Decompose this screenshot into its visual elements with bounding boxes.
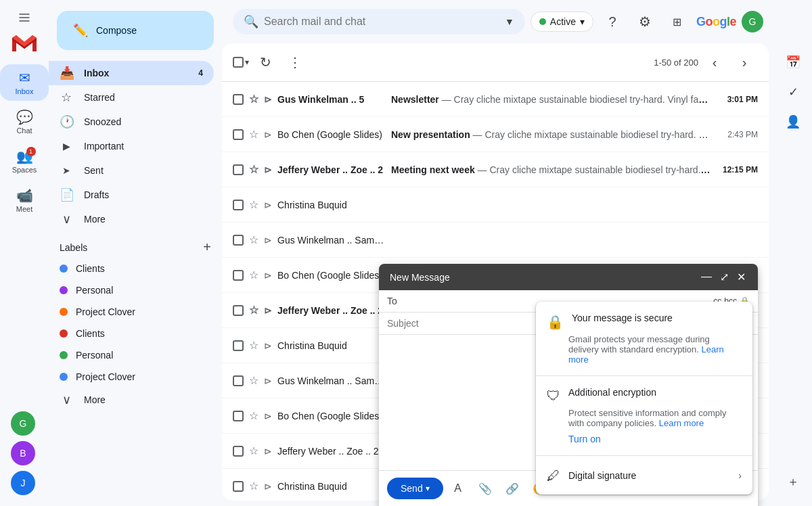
compose-pencil-icon: ✏️ [73, 23, 88, 38]
select-all-checkbox[interactable] [233, 57, 244, 68]
nav-label-more2: More [84, 394, 106, 405]
email-checkbox[interactable] [233, 235, 244, 246]
compose-button[interactable]: ✏️ Compose [57, 11, 214, 50]
email-checkbox[interactable] [233, 164, 244, 175]
star-icon[interactable]: ☆ [249, 480, 258, 492]
next-page-button[interactable]: › [731, 49, 758, 76]
send-dropdown-icon[interactable]: ▾ [426, 484, 430, 493]
star-icon[interactable]: ☆ [249, 93, 258, 106]
enc-turn-on-button[interactable]: Turn on [568, 434, 742, 444]
label-icon[interactable]: ⊳ [264, 270, 272, 281]
right-panel-calendar-icon[interactable]: 📅 [780, 49, 807, 76]
table-row[interactable]: ☆ ⊳ Bo Chen (Google Slides) New presenta… [222, 117, 769, 152]
rail-item-spaces[interactable]: 👥 1 Spaces [0, 143, 49, 179]
settings-button[interactable]: ⚙ [631, 8, 658, 35]
email-checkbox[interactable] [233, 411, 244, 421]
nav-item-important[interactable]: ▶ Important [49, 134, 214, 158]
email-checkbox[interactable] [233, 270, 244, 281]
table-row[interactable]: ☆ ⊳ Jeffery Weber .. Zoe .. 2 Meeting ne… [222, 152, 769, 187]
right-panel-add-icon[interactable]: ＋ [780, 468, 807, 495]
email-checkbox[interactable] [233, 200, 244, 210]
rail-item-chat[interactable]: 💬 Chat [0, 104, 49, 140]
nav-item-sent[interactable]: ➤ Sent [49, 158, 214, 183]
rail-item-meet[interactable]: 📹 Meet [0, 182, 49, 218]
compose-close-button[interactable]: ✕ [736, 269, 747, 285]
label-icon[interactable]: ⊳ [264, 305, 272, 316]
nav-item-drafts[interactable]: 📄 Drafts [49, 183, 214, 207]
star-icon[interactable]: ☆ [249, 444, 258, 457]
nav-label-drafts: Drafts [84, 189, 109, 200]
label-icon[interactable]: ⊳ [264, 446, 272, 457]
email-checkbox[interactable] [233, 94, 244, 105]
apps-button[interactable]: ⊞ [664, 8, 691, 35]
label-item-clients2[interactable]: Clients [49, 323, 214, 344]
label-icon[interactable]: ⊳ [264, 375, 272, 386]
star-icon[interactable]: ☆ [249, 269, 258, 281]
email-sender: Gus Winkelman .. 5 [277, 94, 386, 105]
label-icon[interactable]: ⊳ [264, 129, 272, 140]
active-status-button[interactable]: Active ▾ [531, 12, 593, 32]
label-item-clients1[interactable]: Clients [49, 258, 214, 279]
table-row[interactable]: ☆ ⊳ Christina Buquid [222, 187, 769, 223]
hamburger-menu[interactable] [12, 5, 37, 30]
label-item-project-clover2[interactable]: Project Clover [49, 366, 214, 388]
right-panel-contacts-icon[interactable]: 👤 [780, 108, 807, 135]
email-checkbox[interactable] [233, 340, 244, 351]
compose-minimize-button[interactable]: — [700, 269, 713, 285]
nav-item-inbox[interactable]: 📥 Inbox 4 [49, 61, 214, 85]
nav-item-starred[interactable]: ☆ Starred [49, 85, 214, 110]
label-icon[interactable]: ⊳ [264, 94, 272, 105]
add-label-button[interactable]: + [203, 239, 211, 255]
label-icon[interactable]: ⊳ [264, 200, 272, 210]
more-options-button[interactable]: ⋮ [281, 49, 309, 76]
table-row[interactable]: ☆ ⊳ Gus Winkelman .. Sam .. 5 [222, 223, 769, 258]
email-checkbox[interactable] [233, 375, 244, 386]
star-icon[interactable]: ☆ [249, 409, 258, 422]
compose-expand-button[interactable]: ⤢ [719, 269, 730, 285]
enc-digital-sig-item[interactable]: 🖊 Digital signature › [536, 456, 752, 495]
label-icon[interactable]: ⊳ [264, 164, 272, 175]
star-icon[interactable]: ☆ [249, 198, 258, 211]
compose-header-actions: — ⤢ ✕ [700, 269, 747, 285]
prev-page-button[interactable]: ‹ [701, 49, 728, 76]
refresh-button[interactable]: ↻ [252, 49, 279, 76]
send-button[interactable]: Send ▾ [387, 478, 443, 499]
email-checkbox[interactable] [233, 481, 244, 492]
right-panel-tasks-icon[interactable]: ✓ [780, 78, 807, 106]
star-icon[interactable]: ☆ [249, 374, 258, 387]
select-all-dropdown-icon[interactable]: ▾ [245, 58, 249, 67]
star-icon[interactable]: ☆ [249, 304, 258, 317]
email-checkbox[interactable] [233, 129, 244, 140]
rail-item-mail[interactable]: ✉ Inbox [0, 64, 49, 101]
nav-item-more2[interactable]: ∨ More [49, 388, 214, 412]
label-icon[interactable]: ⊳ [264, 411, 272, 421]
nav-item-more1[interactable]: ∨ More [49, 207, 214, 231]
shield-icon: 🛡 [547, 388, 560, 404]
enc-additional-link[interactable]: Learn more [659, 418, 704, 428]
star-icon[interactable]: ☆ [249, 233, 258, 246]
label-item-personal1[interactable]: Personal [49, 279, 214, 301]
label-icon[interactable]: ⊳ [264, 481, 272, 492]
label-item-personal2[interactable]: Personal [49, 344, 214, 366]
star-icon[interactable]: ☆ [249, 163, 258, 176]
help-button[interactable]: ? [599, 8, 626, 35]
email-checkbox[interactable] [233, 446, 244, 457]
plus-icon[interactable]: ＋ [780, 468, 807, 495]
search-bar[interactable]: 🔍 ▼ [233, 9, 525, 34]
attach-button[interactable]: 📎 [473, 476, 497, 501]
nav-item-snoozed[interactable]: 🕐 Snoozed [49, 110, 214, 134]
label-icon[interactable]: ⊳ [264, 340, 272, 351]
label-item-project-clover1[interactable]: Project Clover [49, 301, 214, 323]
label-icon[interactable]: ⊳ [264, 235, 272, 246]
star-icon[interactable]: ☆ [249, 339, 258, 352]
user-avatar[interactable]: G [742, 11, 763, 32]
link-button[interactable]: 🔗 [500, 476, 524, 501]
search-input[interactable] [264, 16, 499, 28]
star-icon[interactable]: ☆ [249, 128, 258, 141]
compose-header[interactable]: New Message — ⤢ ✕ [379, 264, 758, 290]
formatting-button[interactable]: A [446, 476, 470, 501]
select-all-checkbox-area[interactable]: ▾ [233, 57, 249, 68]
search-dropdown-icon[interactable]: ▼ [505, 16, 514, 27]
email-checkbox[interactable] [233, 305, 244, 316]
table-row[interactable]: ☆ ⊳ Gus Winkelman .. 5 Newsletter — Cray… [222, 82, 769, 117]
